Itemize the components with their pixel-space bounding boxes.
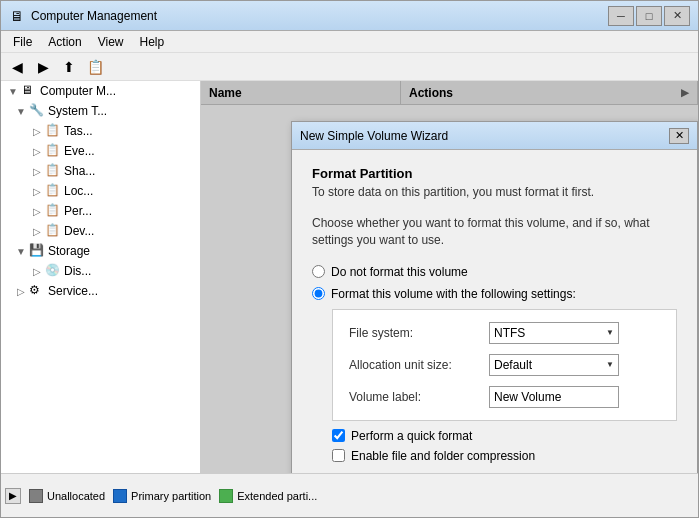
legend-extended-label: Extended parti... (237, 490, 317, 502)
allocation-unit-label: Allocation unit size: (349, 358, 489, 372)
legend-primary: Primary partition (113, 489, 211, 503)
content-area: ▼ 🖥 Computer M... ▼ 🔧 System T... ▷ 📋 Ta… (1, 81, 698, 473)
tasks-icon: 📋 (45, 123, 61, 139)
up-toolbar-button[interactable]: ⬆ (57, 56, 81, 78)
tree-item-storage[interactable]: ▼ 💾 Storage (1, 241, 200, 261)
dialog-body: Format Partition To store data on this p… (292, 150, 697, 473)
radio-no-format-input[interactable] (312, 265, 325, 278)
menu-bar: File Action View Help (1, 31, 698, 53)
dialog-description: Choose whether you want to format this v… (312, 215, 677, 249)
legend-unallocated-box (29, 489, 43, 503)
legend-primary-box (113, 489, 127, 503)
legend-unallocated-label: Unallocated (47, 490, 105, 502)
storage-icon: 💾 (29, 243, 45, 259)
legend-primary-label: Primary partition (131, 490, 211, 502)
tree-item-computer[interactable]: ▼ 🖥 Computer M... (1, 81, 200, 101)
radio-format-label: Format this volume with the following se… (331, 287, 576, 301)
close-button[interactable]: ✕ (664, 6, 690, 26)
device-manager-icon: 📋 (45, 223, 61, 239)
dialog-new-simple-volume: New Simple Volume Wizard ✕ Format Partit… (291, 121, 698, 473)
compression-checkbox[interactable] (332, 449, 345, 462)
file-system-label: File system: (349, 326, 489, 340)
legend-extended: Extended parti... (219, 489, 317, 503)
dialog-heading: Format Partition (312, 166, 677, 181)
shared-icon: 📋 (45, 163, 61, 179)
quick-format-checkbox-row: Perform a quick format (332, 429, 677, 443)
modal-overlay: New Simple Volume Wizard ✕ Format Partit… (201, 81, 698, 473)
allocation-unit-dropdown[interactable]: Default ▼ (489, 354, 619, 376)
services-icon: ⚙ (29, 283, 45, 299)
allocation-unit-row: Allocation unit size: Default ▼ (349, 354, 660, 376)
file-system-value: NTFS (494, 326, 525, 340)
tree-item-tasks[interactable]: ▷ 📋 Tas... (1, 121, 200, 141)
toolbar: ◀ ▶ ⬆ 📋 (1, 53, 698, 81)
tree-item-events[interactable]: ▷ 📋 Eve... (1, 141, 200, 161)
legend-unallocated: Unallocated (29, 489, 105, 503)
menu-help[interactable]: Help (132, 33, 173, 51)
tree-item-system-tools[interactable]: ▼ 🔧 System T... (1, 101, 200, 121)
quick-format-label: Perform a quick format (351, 429, 472, 443)
minimize-button[interactable]: ─ (608, 6, 634, 26)
compression-label: Enable file and folder compression (351, 449, 535, 463)
dialog-subtext: To store data on this partition, you mus… (312, 185, 677, 199)
compression-checkbox-row: Enable file and folder compression (332, 449, 677, 463)
legend-extended-box (219, 489, 233, 503)
maximize-button[interactable]: □ (636, 6, 662, 26)
quick-format-checkbox[interactable] (332, 429, 345, 442)
status-bar: ▶ Unallocated Primary partition Extended… (1, 473, 698, 517)
main-title-bar: 🖥 Computer Management ─ □ ✕ (1, 1, 698, 31)
view-toolbar-button[interactable]: 📋 (83, 56, 107, 78)
local-users-icon: 📋 (45, 183, 61, 199)
radio-format-input[interactable] (312, 287, 325, 300)
dialog-title-bar: New Simple Volume Wizard ✕ (292, 122, 697, 150)
app-title: Computer Management (31, 9, 608, 23)
tree-item-disk-mgmt[interactable]: ▷ 💿 Dis... (1, 261, 200, 281)
dialog-close-button[interactable]: ✕ (669, 128, 689, 144)
radio-no-format-label: Do not format this volume (331, 265, 468, 279)
allocation-unit-value: Default (494, 358, 532, 372)
forward-toolbar-button[interactable]: ▶ (31, 56, 55, 78)
tree-item-services[interactable]: ▷ ⚙ Service... (1, 281, 200, 301)
window-controls: ─ □ ✕ (608, 6, 690, 26)
volume-label-input[interactable] (489, 386, 619, 408)
back-toolbar-button[interactable]: ◀ (5, 56, 29, 78)
volume-label-row: Volume label: (349, 386, 660, 408)
main-window: 🖥 Computer Management ─ □ ✕ File Action … (0, 0, 699, 518)
file-system-dropdown[interactable]: NTFS ▼ (489, 322, 619, 344)
dialog-title: New Simple Volume Wizard (300, 129, 669, 143)
app-icon: 🖥 (9, 8, 25, 24)
settings-box: File system: NTFS ▼ Allocation unit size… (332, 309, 677, 421)
menu-file[interactable]: File (5, 33, 40, 51)
disk-mgmt-icon: 💿 (45, 263, 61, 279)
tree-item-shared[interactable]: ▷ 📋 Sha... (1, 161, 200, 181)
radio-format-with-settings[interactable]: Format this volume with the following se… (312, 287, 677, 301)
menu-view[interactable]: View (90, 33, 132, 51)
tree-item-device-manager[interactable]: ▷ 📋 Dev... (1, 221, 200, 241)
performance-icon: 📋 (45, 203, 61, 219)
file-system-dropdown-arrow: ▼ (606, 328, 614, 337)
right-panel: Name Actions ▶ New Simple Volume Wizard … (201, 81, 698, 473)
file-system-row: File system: NTFS ▼ (349, 322, 660, 344)
tree-item-local-users[interactable]: ▷ 📋 Loc... (1, 181, 200, 201)
left-panel-tree: ▼ 🖥 Computer M... ▼ 🔧 System T... ▷ 📋 Ta… (1, 81, 201, 473)
events-icon: 📋 (45, 143, 61, 159)
status-scroll-button[interactable]: ▶ (5, 488, 21, 504)
tree-item-performance[interactable]: ▷ 📋 Per... (1, 201, 200, 221)
radio-do-not-format[interactable]: Do not format this volume (312, 265, 677, 279)
computer-icon: 🖥 (21, 83, 37, 99)
menu-action[interactable]: Action (40, 33, 89, 51)
volume-label-label: Volume label: (349, 390, 489, 404)
allocation-dropdown-arrow: ▼ (606, 360, 614, 369)
system-tools-icon: 🔧 (29, 103, 45, 119)
